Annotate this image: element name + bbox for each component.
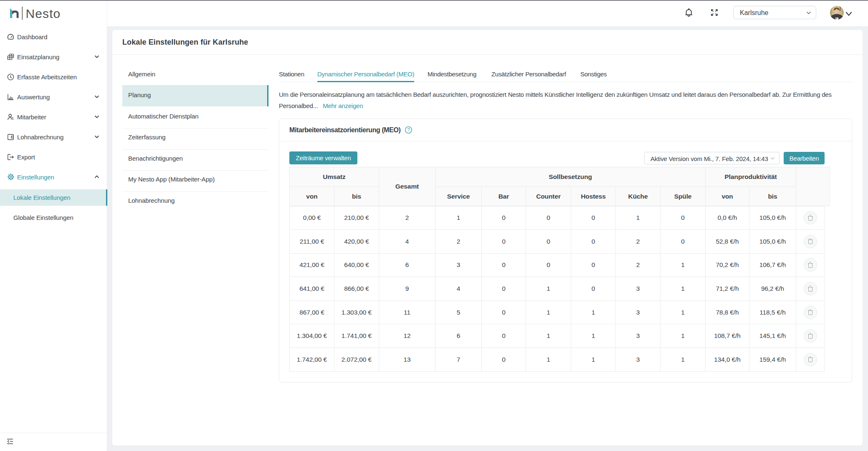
- svg-text:?: ?: [407, 127, 410, 132]
- svg-text:Nesto: Nesto: [26, 7, 61, 20]
